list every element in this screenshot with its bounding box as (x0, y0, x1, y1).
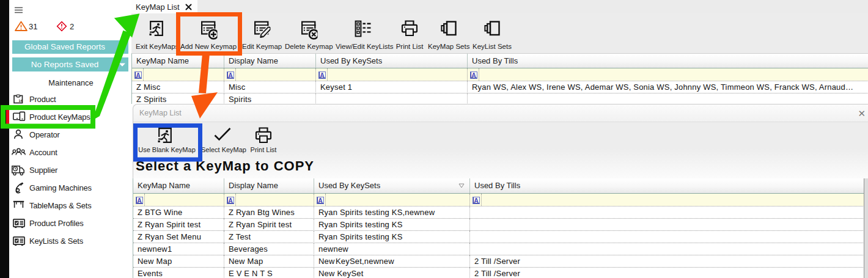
svg-text:14: 14 (19, 99, 23, 103)
